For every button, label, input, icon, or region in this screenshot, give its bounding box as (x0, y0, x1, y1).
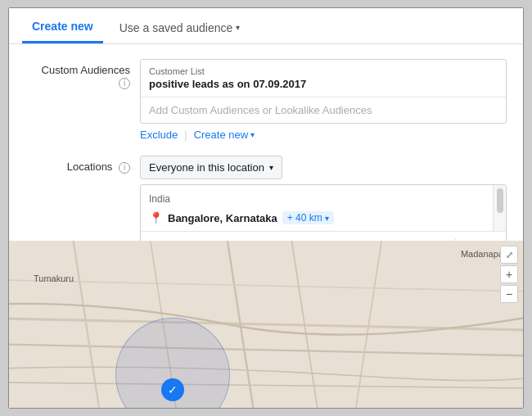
form-content: Custom Audiences i Customer List positiv… (9, 44, 523, 241)
km-chevron: ▾ (325, 214, 329, 223)
location-dropdown-chevron: ▾ (269, 163, 273, 172)
tab-use-saved[interactable]: Use a saved audience ▾ (110, 10, 250, 43)
include-row: Include ▾ Browse (141, 231, 506, 241)
custom-audiences-label: Custom Audiences (42, 64, 130, 76)
tab-bar: Create new Use a saved audience ▾ (9, 8, 523, 44)
locations-field: Everyone in this location ▾ India 📍 Bang… (140, 156, 507, 241)
separator: | (184, 129, 187, 141)
bangalore-row: 📍 Bangalore, Karnataka + 40 km ▾ (149, 208, 486, 231)
main-window: Create new Use a saved audience ▾ Custom… (8, 7, 524, 409)
map-zoom-in-button[interactable]: + (500, 265, 518, 283)
locations-label: Locations (67, 161, 113, 173)
km-value: + 40 km (287, 212, 322, 224)
scrollbar-thumb (497, 188, 503, 213)
locations-list-inner: India 📍 Bangalore, Karnataka + 40 km ▾ (141, 185, 506, 231)
map-expand-button[interactable]: ⤢ (500, 246, 518, 264)
exclude-row: Exclude | Create new ▾ (140, 129, 507, 141)
custom-audiences-info-icon[interactable]: i (119, 78, 130, 89)
location-type-label: Everyone in this location (149, 161, 264, 174)
audiences-placeholder-text: Add Custom Audiences or Lookalike Audien… (149, 104, 372, 116)
map-container: Tumakuru Madanapalle, ✓ ⤢ + − (9, 241, 523, 408)
map-label-tumakuru: Tumakuru (34, 274, 74, 283)
create-new-dropdown[interactable]: Create new ▾ (194, 129, 255, 141)
exclude-link[interactable]: Exclude (140, 129, 178, 141)
custom-audiences-row: Custom Audiences i Customer List positiv… (25, 59, 507, 141)
tab-use-saved-label: Use a saved audience (119, 21, 233, 34)
country-row: India (149, 190, 486, 208)
locations-row: Locations i Everyone in this location ▾ … (25, 156, 507, 241)
locations-info-icon[interactable]: i (119, 162, 130, 174)
custom-audiences-label-col: Custom Audiences i (25, 59, 140, 141)
audience-list-value: positive leads as on 07.09.2017 (149, 78, 498, 90)
map-location-pin: ✓ (161, 378, 184, 401)
location-type-dropdown[interactable]: Everyone in this location ▾ (140, 156, 282, 179)
locations-list-box: India 📍 Bangalore, Karnataka + 40 km ▾ (140, 184, 507, 241)
create-new-label: Create new (194, 129, 248, 141)
tab-create-new[interactable]: Create new (22, 8, 103, 43)
pin-icon: 📍 (149, 211, 163, 224)
chevron-down-icon: ▾ (236, 23, 240, 32)
audience-list-item: Customer List positive leads as on 07.09… (141, 60, 506, 97)
locations-label-col: Locations i (25, 156, 140, 241)
check-icon: ✓ (168, 383, 178, 396)
custom-audiences-field: Customer List positive leads as on 07.09… (140, 59, 507, 141)
city-name: Bangalore, Karnataka (168, 212, 277, 224)
audiences-placeholder[interactable]: Add Custom Audiences or Lookalike Audien… (141, 97, 506, 123)
audiences-box: Customer List positive leads as on 07.09… (140, 59, 507, 124)
km-badge[interactable]: + 40 km ▾ (282, 211, 334, 224)
map-controls: ⤢ + − (500, 246, 518, 303)
map-zoom-out-button[interactable]: − (500, 285, 518, 303)
tab-create-new-label: Create new (32, 20, 93, 33)
map-svg (9, 241, 523, 408)
chevron-down-icon-small: ▾ (250, 130, 255, 139)
audience-list-title: Customer List (149, 66, 498, 76)
locations-scrollbar[interactable] (493, 185, 506, 231)
